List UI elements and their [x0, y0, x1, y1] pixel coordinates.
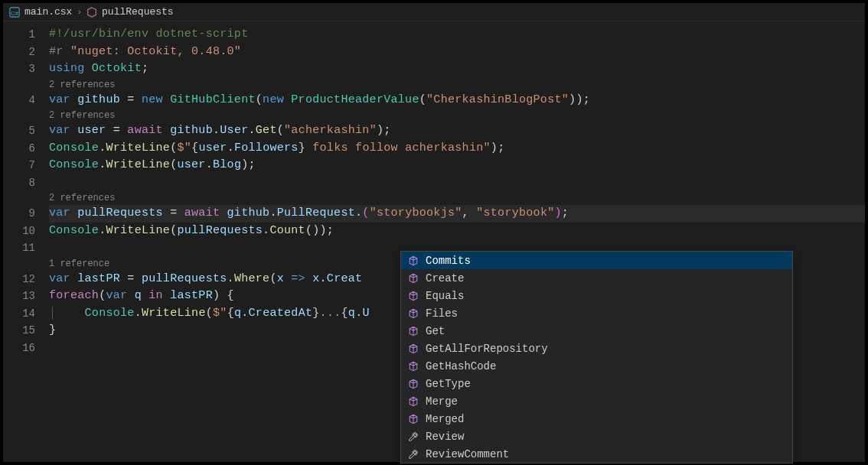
- breadcrumb[interactable]: C# main.csx › pullRequests: [3, 3, 865, 21]
- breadcrumb-symbol[interactable]: pullRequests: [102, 6, 174, 18]
- cube-icon: [407, 290, 419, 302]
- codelens[interactable]: 2 references: [49, 78, 865, 92]
- code-line[interactable]: Console.WriteLine(user.Blog);: [49, 157, 865, 174]
- cube-icon: [407, 413, 419, 425]
- cube-icon: [407, 307, 419, 320]
- line-number-gutter: 1 2 3 4 5 6 7 8 9 10 11 12 13 14 15 16: [3, 21, 49, 462]
- code-line[interactable]: Console.WriteLine($"{user.Followers} fol…: [49, 140, 865, 158]
- cube-icon: [407, 272, 419, 285]
- line-number: 2: [3, 44, 49, 61]
- code-line[interactable]: using Octokit;: [49, 60, 865, 78]
- line-number: 9: [3, 205, 49, 223]
- line-number: 15: [3, 322, 49, 340]
- wrench-icon: [407, 448, 419, 460]
- suggest-label: Files: [426, 307, 458, 320]
- cube-icon: [407, 325, 419, 337]
- suggest-label: ReviewComment: [426, 448, 509, 460]
- suggest-label: Merge: [426, 395, 458, 408]
- code-line[interactable]: #!/usr/bin/env dotnet-script: [49, 26, 865, 44]
- suggest-item[interactable]: GetType: [401, 375, 792, 392]
- cube-icon: [86, 7, 97, 18]
- code-line[interactable]: #r "nuget: Octokit, 0.48.0": [49, 44, 865, 61]
- line-number: 8: [3, 174, 49, 192]
- suggest-item[interactable]: Merged: [401, 410, 792, 428]
- line-number: 7: [3, 157, 49, 174]
- wrench-icon: [407, 431, 419, 443]
- line-number: 16: [3, 340, 49, 357]
- suggest-item[interactable]: Create: [401, 269, 792, 287]
- code-area[interactable]: 1 2 3 4 5 6 7 8 9 10 11 12 13 14 15 16 #…: [3, 21, 865, 462]
- line-number: 5: [3, 122, 49, 140]
- codelens[interactable]: 2 references: [49, 191, 865, 205]
- line-number: 11: [3, 239, 49, 257]
- suggest-label: Create: [426, 272, 464, 285]
- svg-text:C#: C#: [11, 9, 19, 16]
- suggest-item[interactable]: Merge: [401, 392, 792, 410]
- suggest-label: Get: [426, 325, 445, 337]
- intellisense-popup[interactable]: CommitsCreateEqualsFilesGetGetAllForRepo…: [400, 251, 793, 463]
- suggest-label: GetHashCode: [426, 360, 496, 372]
- chevron-right-icon: ›: [77, 8, 82, 17]
- line-number: 13: [3, 288, 49, 305]
- suggest-label: Merged: [426, 413, 464, 425]
- suggest-item[interactable]: Get: [401, 322, 792, 340]
- suggest-item[interactable]: Files: [401, 304, 792, 322]
- suggest-item[interactable]: GetAllForRepository: [401, 340, 792, 357]
- suggest-label: Review: [426, 431, 464, 443]
- suggest-item[interactable]: Review: [401, 428, 792, 445]
- code-line[interactable]: var user = await github.User.Get("acherk…: [49, 122, 865, 140]
- cube-icon: [407, 395, 419, 408]
- code-line[interactable]: [49, 174, 865, 192]
- breadcrumb-file[interactable]: main.csx: [24, 6, 72, 18]
- suggest-label: GetAllForRepository: [426, 343, 548, 355]
- suggest-label: Commits: [426, 255, 471, 267]
- line-number: 1: [3, 26, 49, 44]
- line-number: 6: [3, 140, 49, 158]
- csharp-file-icon: C#: [9, 7, 20, 18]
- suggest-label: Equals: [426, 290, 464, 302]
- code-line-active[interactable]: var pullRequests = await github.PullRequ…: [49, 205, 865, 223]
- code-line[interactable]: Console.WriteLine(pullRequests.Count());: [49, 223, 865, 240]
- codelens[interactable]: 2 references: [49, 109, 865, 122]
- suggest-item[interactable]: Equals: [401, 287, 792, 304]
- cube-icon: [407, 378, 419, 390]
- line-number: 10: [3, 223, 49, 240]
- code-line[interactable]: var github = new GitHubClient(new Produc…: [49, 92, 865, 109]
- cube-icon: [407, 255, 419, 267]
- cube-icon: [407, 360, 419, 372]
- suggest-item[interactable]: ReviewComment: [401, 445, 792, 463]
- line-number: 12: [3, 271, 49, 288]
- suggest-label: GetType: [426, 378, 471, 390]
- suggest-item[interactable]: GetHashCode: [401, 357, 792, 375]
- suggest-item[interactable]: Commits: [401, 252, 792, 269]
- editor: C# main.csx › pullRequests 1 2 3 4 5 6 7…: [3, 3, 865, 462]
- line-number: 14: [3, 305, 49, 323]
- line-number: 4: [3, 92, 49, 109]
- line-number: 3: [3, 60, 49, 78]
- cube-icon: [407, 343, 419, 355]
